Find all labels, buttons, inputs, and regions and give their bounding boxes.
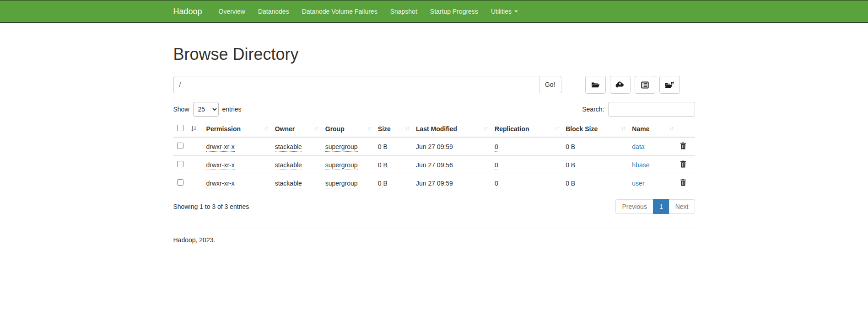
page-length-control: Show 25 entries [173, 102, 242, 117]
nav-link-snapshot[interactable]: Snapshot [384, 0, 424, 22]
page-1-button[interactable]: 1 [653, 199, 669, 214]
table-row: drwxr-xr-xstackablesupergroup0 BJun 27 0… [173, 174, 695, 192]
group-editable[interactable]: supergroup [325, 180, 358, 188]
move-button[interactable] [659, 76, 680, 94]
header-size[interactable]: Size [378, 125, 391, 133]
header-permission[interactable]: Permission [206, 125, 241, 133]
nav-link-startup-progress[interactable]: Startup Progress [424, 0, 485, 22]
sort-icon[interactable]: ↓↑ [314, 125, 318, 132]
cloud-upload-icon [615, 81, 625, 88]
folder-move-icon [665, 81, 674, 89]
trash-icon [680, 162, 686, 169]
nav-link-datanode-volume-failures[interactable]: Datanode Volume Failures [296, 0, 384, 22]
cell-name: data [628, 137, 676, 156]
replication-editable[interactable]: 0 [495, 161, 498, 170]
row-checkbox[interactable] [177, 143, 183, 149]
nav-item-datanodes: Datanodes [252, 0, 296, 22]
directory-link-hbase[interactable]: hbase [632, 161, 649, 169]
page-title: Browse Directory [173, 45, 695, 64]
row-checkbox[interactable] [177, 179, 183, 186]
page-length-select[interactable]: 25 [193, 102, 219, 117]
cell-permission: drwxr-xr-x [203, 137, 271, 156]
delete-button[interactable] [680, 142, 686, 151]
table-footer: Showing 1 to 3 of 3 entries Previous 1 N… [173, 199, 695, 214]
create-directory-button[interactable] [585, 76, 606, 94]
delete-button[interactable] [680, 179, 686, 187]
header-owner[interactable]: Owner [275, 125, 295, 133]
go-button[interactable]: Go! [539, 76, 561, 93]
sort-icon[interactable]: ↓↑ [621, 125, 625, 132]
search-control: Search: [582, 102, 695, 117]
sort-asc-icon[interactable] [190, 126, 196, 133]
cell-last-modified: Jun 27 09:56 [412, 156, 491, 174]
paste-button[interactable] [635, 76, 655, 94]
trash-icon [680, 181, 686, 187]
cell-size: 0 B [374, 174, 412, 192]
cell-delete [676, 137, 695, 156]
sort-icon[interactable]: ↓↑ [405, 125, 409, 132]
delete-button[interactable] [680, 160, 686, 169]
cell-last-modified: Jun 27 09:59 [412, 137, 491, 156]
upload-files-button[interactable] [610, 76, 631, 94]
table-row: drwxr-xr-xstackablesupergroup0 BJun 27 0… [173, 156, 695, 174]
cell-group: supergroup [322, 174, 374, 192]
path-input-group: Go! [173, 76, 561, 93]
cell-owner: stackable [271, 137, 322, 156]
previous-page-button[interactable]: Previous [615, 199, 653, 214]
pagination: Previous 1 Next [615, 199, 695, 214]
sort-icon[interactable]: ↓↑ [555, 125, 558, 132]
cell-replication: 0 [491, 156, 562, 174]
replication-editable[interactable]: 0 [495, 180, 498, 188]
footer-divider [173, 228, 695, 228]
directory-link-data[interactable]: data [632, 143, 644, 150]
group-editable[interactable]: supergroup [325, 161, 358, 170]
header-name[interactable]: Name [632, 125, 649, 133]
owner-editable[interactable]: stackable [275, 161, 302, 170]
owner-editable[interactable]: stackable [275, 143, 302, 152]
sort-icon[interactable]: ↓↑ [264, 125, 268, 132]
cell-block-size: 0 B [562, 174, 628, 192]
cell-last-modified: Jun 27 09:59 [412, 174, 491, 192]
cell-name: user [628, 174, 676, 192]
replication-editable[interactable]: 0 [495, 143, 498, 152]
header-last-modified[interactable]: Last Modified [416, 125, 457, 133]
header-group[interactable]: Group [325, 125, 345, 133]
cell-size: 0 B [374, 156, 412, 174]
nav-link-overview[interactable]: Overview [212, 0, 252, 22]
next-page-button[interactable]: Next [669, 199, 695, 214]
pagination-previous: Previous [615, 199, 653, 214]
nav-item-overview: Overview [212, 0, 252, 22]
group-editable[interactable]: supergroup [325, 143, 358, 152]
sort-icon[interactable]: ↓↑ [669, 125, 673, 132]
nav-link-datanodes[interactable]: Datanodes [252, 0, 296, 22]
cell-group: supergroup [322, 156, 374, 174]
table-row: drwxr-xr-xstackablesupergroup0 BJun 27 0… [173, 137, 695, 156]
directory-path-input[interactable] [173, 76, 539, 93]
directory-table: Permission↓↑ Owner↓↑ Group↓↑ Size↓↑ Last… [173, 121, 695, 192]
permission-editable[interactable]: drwxr-xr-x [206, 180, 235, 188]
directory-link-user[interactable]: user [632, 180, 644, 187]
header-block-size[interactable]: Block Size [566, 125, 598, 133]
permission-editable[interactable]: drwxr-xr-x [206, 143, 235, 152]
select-all-checkbox[interactable] [177, 125, 183, 131]
owner-editable[interactable]: stackable [275, 180, 302, 188]
brand-link[interactable]: Hadoop [173, 0, 212, 22]
top-navbar: Hadoop OverviewDatanodesDatanode Volume … [0, 0, 868, 23]
nav-link-utilities[interactable]: Utilities [485, 0, 524, 22]
explorer-toolbar [585, 76, 680, 94]
table-controls: Show 25 entries Search: [173, 102, 695, 117]
header-replication[interactable]: Replication [495, 125, 529, 133]
cell-group: supergroup [322, 137, 374, 156]
sort-icon[interactable]: ↓↑ [484, 125, 487, 132]
row-checkbox[interactable] [177, 161, 183, 167]
nav-item-snapshot: Snapshot [384, 0, 424, 22]
cell-block-size: 0 B [562, 137, 628, 156]
sort-icon[interactable]: ↓↑ [367, 125, 371, 132]
cell-owner: stackable [271, 156, 322, 174]
search-label: Search: [582, 106, 604, 113]
search-input[interactable] [608, 102, 695, 117]
cell-block-size: 0 B [562, 156, 628, 174]
nav-item-utilities: Utilities [485, 0, 524, 22]
entries-label: entries [222, 106, 242, 113]
permission-editable[interactable]: drwxr-xr-x [206, 161, 235, 170]
